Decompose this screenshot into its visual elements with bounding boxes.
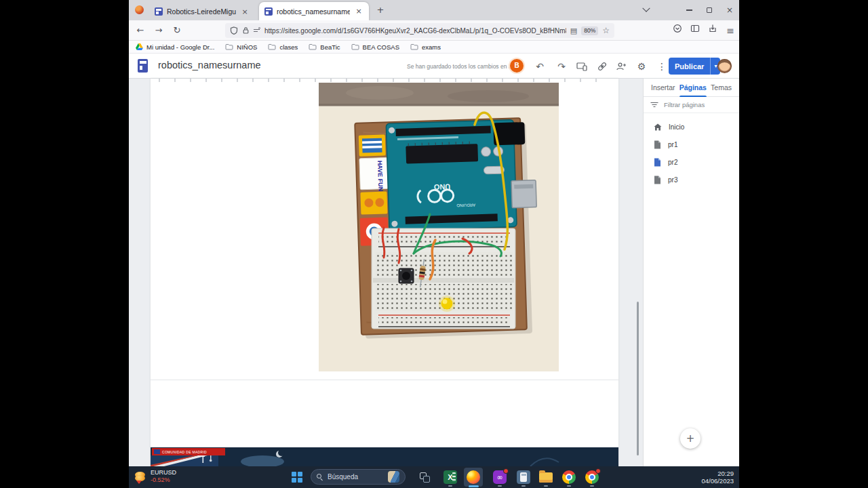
menu-icon[interactable]: ≡ xyxy=(723,24,738,37)
search-highlight-image xyxy=(388,471,399,483)
home-icon xyxy=(654,123,662,131)
screen: Robotics-LeiredeMiguel × robotics_namesu… xyxy=(0,0,868,488)
tab-temas[interactable]: Temas xyxy=(711,79,732,97)
forward-button[interactable]: → xyxy=(151,24,166,37)
undo-button[interactable]: ↶ xyxy=(532,58,548,75)
chrome-profile2-taskbar-button[interactable] xyxy=(585,470,599,485)
reload-button[interactable]: ↻ xyxy=(170,24,184,37)
site-title[interactable]: robotics_namesurname xyxy=(158,60,261,70)
list-tabs-button[interactable] xyxy=(639,3,654,17)
redo-button[interactable]: ↷ xyxy=(553,58,570,75)
folder-icon xyxy=(268,43,276,50)
clipped-content-ticks xyxy=(159,79,610,82)
taskbar-search[interactable]: Búsqueda xyxy=(311,469,406,485)
zoom-level-badge[interactable]: 80% xyxy=(581,26,598,35)
sticker-text: HAVE FUN ! xyxy=(376,161,384,195)
shield-icon[interactable] xyxy=(230,26,238,35)
tab-close-icon[interactable]: × xyxy=(240,7,250,16)
page-list: Inicio pr1 pr2 pr3 xyxy=(644,113,739,188)
copy-link-button[interactable] xyxy=(594,58,610,75)
close-window-button[interactable]: × xyxy=(722,3,737,17)
maximize-icon xyxy=(707,7,712,13)
share-add-person-button[interactable] xyxy=(613,58,629,75)
preview-devices-button[interactable] xyxy=(574,58,590,75)
notification-badge xyxy=(503,468,509,474)
bookmark-drive[interactable]: Mi unidad - Google Dr... xyxy=(136,43,214,51)
back-button[interactable]: ← xyxy=(133,24,148,37)
page-icon xyxy=(654,140,661,149)
bookmark-folder-beatic[interactable]: BeaTic xyxy=(309,43,340,51)
bookmark-folder-bea-cosas[interactable]: BEA COSAS xyxy=(351,43,399,51)
bookmark-folder-ninos[interactable]: NIÑOS xyxy=(225,43,257,51)
stock-symbol: EURUSD xyxy=(151,469,176,476)
permissions-icon[interactable] xyxy=(254,27,260,34)
add-page-button[interactable]: + xyxy=(680,428,701,449)
url-text[interactable]: https://sites.google.com/d/1s6GV766HKgeu… xyxy=(264,27,566,35)
sidebar-page-pr1[interactable]: pr1 xyxy=(644,136,739,153)
excel-taskbar-button[interactable]: X xyxy=(443,470,458,485)
save-status: Se han guardado todos los cambios en Dri… xyxy=(407,63,522,70)
firefox-taskbar-button[interactable] xyxy=(464,468,483,487)
sidebar-toggle-icon[interactable] xyxy=(688,24,703,37)
account-badge[interactable]: B xyxy=(510,59,524,73)
taskbar-clock[interactable]: 20:29 04/06/2023 xyxy=(701,470,734,485)
page-scrollbar[interactable] xyxy=(637,302,639,455)
sidebar-tabs: Insertar Páginas Temas xyxy=(644,79,739,97)
google-sites-icon[interactable] xyxy=(138,59,148,73)
maximize-button[interactable] xyxy=(702,3,717,17)
avatar[interactable] xyxy=(717,59,732,73)
tab-robotics-leiredemiguel[interactable]: Robotics-LeiredeMiguel × xyxy=(149,3,255,20)
navigation-toolbar: ← → ↻ https://sites.google.com/d/1s6GV76… xyxy=(129,20,739,41)
drive-icon xyxy=(136,43,143,50)
calculator-taskbar-button[interactable] xyxy=(516,470,531,485)
file-explorer-taskbar-button[interactable] xyxy=(538,470,553,485)
folder-icon xyxy=(410,43,418,50)
task-view-icon xyxy=(420,472,430,483)
minimize-button[interactable] xyxy=(682,3,696,17)
purple-app-taskbar-button[interactable]: ∞ xyxy=(492,470,507,485)
yellow-led xyxy=(439,296,455,312)
url-bar[interactable]: https://sites.google.com/d/1s6GV766HKgeu… xyxy=(225,23,614,38)
arduino-photo[interactable]: HAVE FUN ! xyxy=(319,83,559,371)
tab-robotics-namesurname[interactable]: robotics_namesurname × xyxy=(259,2,369,20)
excel-icon: X xyxy=(443,470,457,484)
coin-icon xyxy=(134,470,146,483)
new-tab-button[interactable]: + xyxy=(374,4,387,16)
more-options-icon[interactable]: ⋮ xyxy=(654,58,670,75)
chrome-icon xyxy=(562,470,576,484)
settings-gear-icon[interactable]: ⚙ xyxy=(633,58,650,75)
sidebar-page-pr3[interactable]: pr3 xyxy=(644,171,739,188)
bookmark-folder-exams[interactable]: exams xyxy=(410,43,441,51)
search-icon xyxy=(317,474,323,480)
clock-date: 04/06/2023 xyxy=(701,477,734,485)
sites-favicon-icon xyxy=(155,7,163,16)
chrome-taskbar-button[interactable] xyxy=(561,470,576,485)
reader-view-icon[interactable]: ▤ xyxy=(570,26,577,35)
calculator-icon xyxy=(517,470,530,484)
sidebar-page-pr2[interactable]: pr2 xyxy=(644,153,739,171)
tab-close-icon[interactable]: × xyxy=(354,7,363,16)
sidebar-page-inicio[interactable]: Inicio xyxy=(644,118,739,136)
bookmark-star-icon[interactable]: ☆ xyxy=(602,26,610,35)
task-view-button[interactable] xyxy=(417,470,432,485)
folder-icon xyxy=(225,43,233,50)
bookmark-folder-clases[interactable]: clases xyxy=(268,43,298,51)
publish-button[interactable]: Publicar ▾ xyxy=(669,58,720,75)
arduino-board: UNO ARDUINO xyxy=(386,119,537,231)
tab-insertar[interactable]: Insertar xyxy=(651,79,675,97)
footer-banner[interactable]: COMUNIDAD DE MADRID xyxy=(151,447,618,466)
lock-icon[interactable] xyxy=(242,26,250,35)
stock-widget[interactable]: EURUSD -0.52% xyxy=(134,469,176,484)
start-button[interactable] xyxy=(292,472,302,483)
firefox-active-indicator xyxy=(469,485,479,487)
breadboard xyxy=(372,228,515,329)
page-icon xyxy=(654,176,661,184)
pages-sidebar: Insertar Páginas Temas Inicio pr1 xyxy=(643,79,739,466)
pocket-icon[interactable] xyxy=(670,24,685,37)
infinity-app-icon: ∞ xyxy=(493,470,507,484)
save-to-library-icon[interactable] xyxy=(705,24,720,37)
tab-paginas[interactable]: Páginas xyxy=(679,79,707,97)
browser-window: Robotics-LeiredeMiguel × robotics_namesu… xyxy=(129,0,739,466)
ribbon-text: COMUNIDAD DE MADRID xyxy=(162,450,207,454)
filter-pages-input[interactable] xyxy=(663,100,730,109)
